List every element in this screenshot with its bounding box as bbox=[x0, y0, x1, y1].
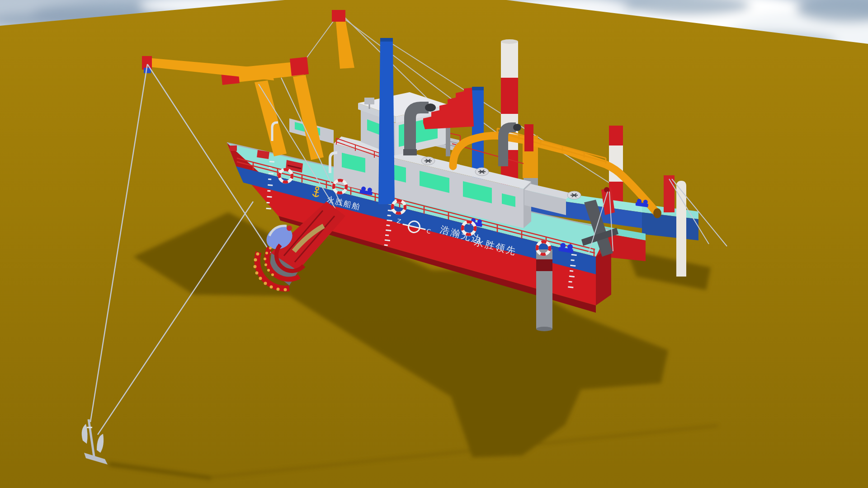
mast-forward bbox=[378, 38, 395, 204]
dredger-render: Z C 永胜船舶 浩瀚无边 永胜领先 bbox=[0, 0, 868, 488]
rendered-scene: Z C 永胜船舶 浩瀚无边 永胜领先 bbox=[0, 0, 868, 488]
working-spud bbox=[536, 249, 552, 331]
sheave-block-right bbox=[290, 57, 309, 76]
mast-top-block bbox=[332, 10, 345, 22]
